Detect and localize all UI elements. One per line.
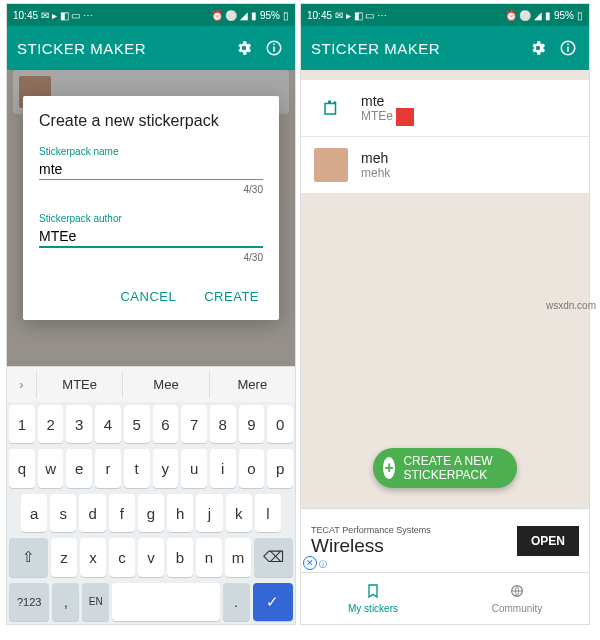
key-2[interactable]: 2 [38,405,64,443]
status-icons-left: ✉ ▸ ◧ ▭ ⋯ [41,10,93,21]
tab-community[interactable]: Community [445,573,589,624]
status-time: 10:45 [13,10,38,21]
suggestion-3[interactable]: Mere [210,371,295,398]
globe-icon [509,583,525,601]
key-k[interactable]: k [226,494,252,532]
key-4[interactable]: 4 [95,405,121,443]
tab-label: Community [492,603,543,614]
gear-icon[interactable] [527,37,549,59]
key-6[interactable]: 6 [153,405,179,443]
battery-icon: ▯ [283,10,289,21]
add-image-icon [313,90,349,126]
tab-my-stickers[interactable]: My stickers [301,573,445,624]
watermark: wsxdn.com [546,300,596,311]
info-icon[interactable] [263,37,285,59]
author-input[interactable] [39,224,263,248]
suggestion-2[interactable]: Mee [123,371,209,398]
author-label: Stickerpack author [39,213,263,224]
key-n[interactable]: n [196,538,222,576]
key-h[interactable]: h [167,494,193,532]
gear-icon[interactable] [233,37,255,59]
status-icons-right: ⏰ ⚪ ◢ ▮ [505,10,551,21]
key-u[interactable]: u [181,449,207,487]
key-p[interactable]: p [267,449,293,487]
create-stickerpack-fab[interactable]: + CREATE A NEW STICKERPACK [373,448,517,488]
key-space[interactable] [112,583,220,621]
key-v[interactable]: v [138,538,164,576]
author-field: Stickerpack author 4/30 [39,213,263,263]
key-8[interactable]: 8 [210,405,236,443]
dialog-title: Create a new stickerpack [39,112,263,130]
ad-close-icon[interactable]: ✕ [303,556,317,570]
key-5[interactable]: 5 [124,405,150,443]
ad-banner[interactable]: TECAT Performance Systems Wireless OPEN … [301,508,589,572]
author-counter: 4/30 [39,252,263,263]
ad-info-icon[interactable]: ⓘ [319,559,327,570]
key-symbols[interactable]: ?123 [9,583,49,621]
tab-label: My stickers [348,603,398,614]
pack-title: meh [361,150,390,166]
key-3[interactable]: 3 [66,405,92,443]
name-counter: 4/30 [39,184,263,195]
key-r[interactable]: r [95,449,121,487]
pack-thumb-icon [313,147,349,183]
status-battery: 95% [260,10,280,21]
status-battery: 95% [554,10,574,21]
app-bar: STICKER MAKER [7,26,295,70]
key-1[interactable]: 1 [9,405,35,443]
right-screenshot: 10:45 ✉ ▸ ◧ ▭ ⋯ ⏰ ⚪ ◢ ▮ 95% ▯ STICKER MA… [300,3,590,625]
key-o[interactable]: o [239,449,265,487]
key-shift[interactable]: ⇧ [9,538,48,576]
ad-open-button[interactable]: OPEN [517,526,579,556]
key-comma[interactable]: , [52,583,79,621]
bottom-nav: My stickers Community [301,572,589,624]
pack-item-mte[interactable]: mte MTEe [301,80,589,136]
suggestion-1[interactable]: MTEe [37,371,123,398]
key-y[interactable]: y [153,449,179,487]
ad-headline-top: TECAT Performance Systems [311,525,517,535]
key-w[interactable]: w [38,449,64,487]
key-x[interactable]: x [80,538,106,576]
status-icons-right: ⏰ ⚪ ◢ ▮ [211,10,257,21]
status-icons-left: ✉ ▸ ◧ ▭ ⋯ [335,10,387,21]
key-7[interactable]: 7 [181,405,207,443]
pack-item-meh[interactable]: meh mehk [301,137,589,193]
key-f[interactable]: f [109,494,135,532]
svg-rect-7 [328,101,331,104]
suggestion-expand-icon[interactable]: › [7,371,37,398]
info-icon[interactable] [557,37,579,59]
key-l[interactable]: l [255,494,281,532]
key-i[interactable]: i [210,449,236,487]
key-j[interactable]: j [196,494,222,532]
key-enter[interactable]: ✓ [253,583,293,621]
key-b[interactable]: b [167,538,193,576]
app-bar: STICKER MAKER [301,26,589,70]
keyboard: 1 2 3 4 5 6 7 8 9 0 q w e r t y u i o p … [7,402,295,624]
pack-list-area: mte MTEe meh mehk + CREATE A NEW STICKER… [301,70,589,624]
key-a[interactable]: a [21,494,47,532]
svg-rect-2 [273,44,275,46]
key-backspace[interactable]: ⌫ [254,538,293,576]
key-m[interactable]: m [225,538,251,576]
key-language[interactable]: EN [82,583,109,621]
pack-title: mte [361,93,393,109]
pack-author: MTEe [361,109,393,123]
key-period[interactable]: . [223,583,250,621]
name-input[interactable] [39,157,263,180]
key-e[interactable]: e [66,449,92,487]
create-button[interactable]: CREATE [200,281,263,312]
svg-rect-4 [567,47,569,52]
ad-headline-bottom: Wireless [311,535,517,557]
key-q[interactable]: q [9,449,35,487]
key-s[interactable]: s [50,494,76,532]
annotation-arrow-left [157,272,175,290]
key-t[interactable]: t [124,449,150,487]
key-z[interactable]: z [51,538,77,576]
battery-icon: ▯ [577,10,583,21]
key-9[interactable]: 9 [239,405,265,443]
key-d[interactable]: d [79,494,105,532]
key-c[interactable]: c [109,538,135,576]
key-0[interactable]: 0 [267,405,293,443]
name-label: Stickerpack name [39,146,263,157]
key-g[interactable]: g [138,494,164,532]
